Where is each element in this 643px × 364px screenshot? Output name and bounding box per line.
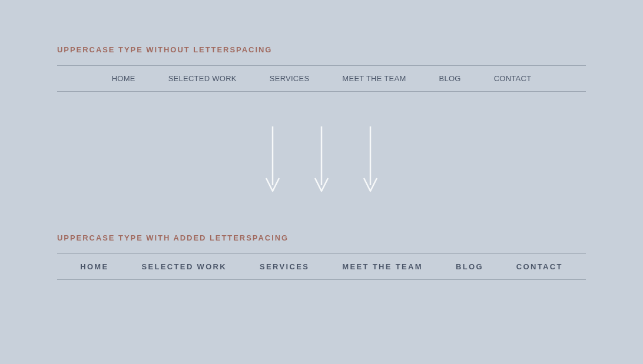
bottom-label: UPPERCASE TYPE WITH ADDED LETTERSPACING: [57, 232, 586, 243]
top-nav-selected-work[interactable]: SELECTED WORK: [168, 74, 237, 83]
page-container: UPPERCASE TYPE WITHOUT LETTERSPACING HOM…: [0, 0, 643, 364]
top-nav-services[interactable]: SERVICES: [270, 74, 310, 83]
top-label: UPPERCASE TYPE WITHOUT LETTERSPACING: [57, 44, 586, 55]
bottom-nav-contact[interactable]: CONTACT: [516, 262, 563, 271]
top-nav-blog[interactable]: BLOG: [439, 74, 460, 83]
bottom-nav-blog[interactable]: BLOG: [456, 262, 483, 271]
arrow-2: [313, 126, 330, 203]
top-section: UPPERCASE TYPE WITHOUT LETTERSPACING HOM…: [57, 44, 586, 92]
top-section-title: UPPERCASE TYPE WITHOUT LETTERSPACING: [57, 45, 272, 54]
bottom-nav-home[interactable]: HOME: [80, 262, 108, 271]
bottom-nav-selected-work[interactable]: SELECTED WORK: [142, 262, 227, 271]
arrow-1: [264, 126, 281, 203]
bottom-nav-meet-the-team[interactable]: MEET THE TEAM: [342, 262, 423, 271]
arrow-3: [362, 126, 379, 203]
bottom-section-title: UPPERCASE TYPE WITH ADDED LETTERSPACING: [57, 233, 289, 242]
bottom-nav-bar: HOME SELECTED WORK SERVICES MEET THE TEA…: [57, 253, 586, 280]
top-nav-meet-the-team[interactable]: MEET THE TEAM: [342, 74, 406, 83]
arrows-section: [0, 126, 643, 203]
bottom-section: UPPERCASE TYPE WITH ADDED LETTERSPACING …: [57, 232, 586, 280]
top-nav-contact[interactable]: CONTACT: [494, 74, 532, 83]
top-nav-home[interactable]: HOME: [112, 74, 135, 83]
bottom-nav-services[interactable]: SERVICES: [260, 262, 309, 271]
top-nav-bar: HOME SELECTED WORK SERVICES MEET THE TEA…: [57, 65, 586, 92]
